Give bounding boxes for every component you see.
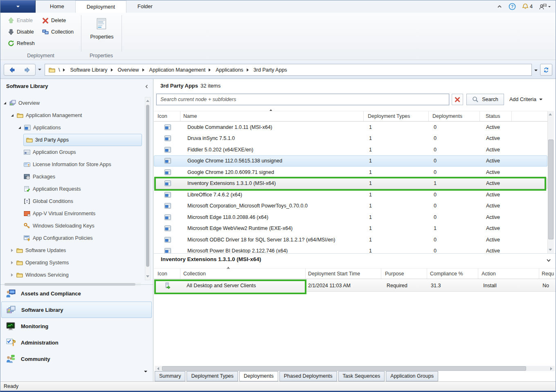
breadcrumb-item-applications[interactable]: Applications xyxy=(216,67,243,73)
history-dropdown-caret[interactable] xyxy=(38,69,41,72)
expand-collapse-arrow-icon[interactable] xyxy=(18,126,21,129)
list-vertical-scrollbar[interactable] xyxy=(547,111,554,253)
breadcrumb-item-overview[interactable]: Overview xyxy=(118,67,139,73)
collapse-detail-chevron-icon[interactable] xyxy=(546,257,551,263)
tree-item-application-groups[interactable]: Application Groups xyxy=(0,146,144,158)
help-icon[interactable] xyxy=(509,3,516,10)
tree-item-global-conditions[interactable]: Global Conditions xyxy=(0,195,144,207)
forward-arrow-icon[interactable] xyxy=(24,67,31,73)
scrollbar-thumb[interactable] xyxy=(548,140,554,239)
tree-item-3rd-party-apps[interactable]: 3rd Party Apps xyxy=(23,134,142,146)
tab-deployments[interactable]: Deployments xyxy=(239,371,278,381)
breadcrumb-item-application-management[interactable]: Application Management xyxy=(149,67,206,73)
column-header-clipped[interactable]: Requ xyxy=(539,268,556,279)
tab-task-sequences[interactable]: Task Sequences xyxy=(338,371,385,381)
properties-button[interactable]: Properties xyxy=(85,14,119,53)
deployment-row[interactable]: All Desktop and Server Clients 2/1/2024 … xyxy=(154,279,556,292)
scroll-left-arrow-icon[interactable] xyxy=(155,367,159,370)
table-row[interactable]: Microsoft Power BI Desktop 2.122.746 (x6… xyxy=(154,246,547,254)
collapse-pane-chevron-icon[interactable] xyxy=(144,84,149,89)
column-header-icon[interactable]: Icon xyxy=(154,268,180,279)
expand-collapse-arrow-icon[interactable] xyxy=(11,114,14,117)
enable-button[interactable]: Enable xyxy=(5,16,35,25)
column-header-deployment-start-time[interactable]: Deployment Start Time xyxy=(306,268,381,279)
workspace-assets-and-compliance[interactable]: Assets and Compliance xyxy=(0,285,153,302)
tree-item-application-management[interactable]: Application Management xyxy=(0,109,144,122)
add-criteria-dropdown[interactable]: Add Criteria xyxy=(509,94,542,105)
scrollbar-thumb[interactable] xyxy=(162,366,526,371)
table-row[interactable]: Druva inSync 7.5.1.0 1 0 Active xyxy=(154,133,547,144)
expand-collapse-arrow-icon[interactable] xyxy=(11,273,13,277)
delete-button[interactable]: Delete xyxy=(40,16,68,25)
workspace-administration[interactable]: Administration xyxy=(0,334,153,351)
tree-vertical-scrollbar[interactable] xyxy=(145,97,151,280)
expand-collapse-arrow-icon[interactable] xyxy=(11,249,13,252)
table-row[interactable]: Double Commander 1.0.11 (MSI-x64) 1 0 Ac… xyxy=(154,122,547,133)
refresh-button[interactable]: Refresh xyxy=(5,39,37,48)
tree-item-applications[interactable]: Applications xyxy=(0,122,144,134)
column-header-compliance[interactable]: Compliance % xyxy=(427,268,478,279)
scroll-up-arrow-icon[interactable] xyxy=(549,112,552,115)
table-row[interactable]: Fiddler 5.0.202 (x64/EXE/en) 1 0 Active xyxy=(154,144,547,155)
column-header-deployment-types[interactable]: Deployment Types xyxy=(364,111,429,121)
workspace-community[interactable]: Community xyxy=(0,351,153,367)
tree-item-application-requests[interactable]: Application Requests xyxy=(0,183,144,195)
table-row[interactable]: Microsoft Edge 118.0.2088.46 (x64) 1 0 A… xyxy=(154,212,547,223)
tab-home[interactable]: Home xyxy=(39,0,75,13)
back-arrow-icon[interactable] xyxy=(9,67,15,73)
tree-item-license-information[interactable]: License Information for Store Apps xyxy=(0,158,144,171)
column-header-action[interactable]: Action xyxy=(478,268,539,279)
tree-item-software-updates[interactable]: Software Updates xyxy=(0,244,144,257)
column-header-status[interactable]: Status xyxy=(480,111,512,121)
tab-phased-deployments[interactable]: Phased Deployments xyxy=(279,371,337,381)
column-header-purpose[interactable]: Purpose xyxy=(381,268,427,279)
feedback-menu-button[interactable] xyxy=(539,3,551,10)
address-dropdown-caret[interactable] xyxy=(534,70,538,73)
tab-deployment[interactable]: Deployment xyxy=(75,0,126,13)
collapse-ribbon-chevron-up-icon[interactable] xyxy=(497,4,502,9)
table-row-selected-inventory-extensions[interactable]: Inventory Extensions 1.3.1.0 (MSI-x64) 1… xyxy=(154,178,547,189)
tab-deployment-types[interactable]: Deployment Types xyxy=(187,371,238,381)
disable-button[interactable]: Disable xyxy=(5,27,36,36)
search-input[interactable] xyxy=(156,94,449,105)
workspace-software-library[interactable]: Software Library xyxy=(1,302,152,318)
navigation-pane-options-caret[interactable] xyxy=(144,371,147,374)
detail-splitter[interactable] xyxy=(154,253,556,254)
breadcrumb[interactable]: \ Software Library Overview Application … xyxy=(45,64,532,76)
clear-search-button[interactable] xyxy=(452,94,463,105)
column-header-icon[interactable]: Icon xyxy=(154,111,180,121)
tree-item-overview[interactable]: Overview xyxy=(0,97,144,109)
tab-application-groups[interactable]: Application Groups xyxy=(386,371,438,381)
expand-collapse-arrow-icon[interactable] xyxy=(4,102,6,104)
scrollbar-thumb[interactable] xyxy=(146,105,149,267)
tree-item-operating-systems[interactable]: Operating Systems xyxy=(0,257,144,269)
column-header-name[interactable]: Name xyxy=(180,111,364,121)
column-header-collection[interactable]: Collection xyxy=(180,268,306,279)
tree-item-packages[interactable]: Packages xyxy=(0,171,144,183)
detail-horizontal-scrollbar[interactable] xyxy=(155,366,555,371)
breadcrumb-root[interactable]: \ xyxy=(59,67,60,73)
scroll-up-arrow-icon[interactable] xyxy=(146,98,149,102)
expand-collapse-arrow-icon[interactable] xyxy=(11,261,13,264)
tab-summary[interactable]: Summary xyxy=(155,371,185,381)
table-row[interactable]: Google Chrome 120.0.6099.71 signed 1 0 A… xyxy=(154,167,547,178)
tree-item-appv-virtual-environments[interactable]: App-V Virtual Environments xyxy=(0,207,144,220)
table-row[interactable]: Microsoft Corporation_Microsoft PowerToy… xyxy=(154,201,547,212)
breadcrumb-item-software-library[interactable]: Software Library xyxy=(70,67,107,73)
tree-item-windows-sideloading-keys[interactable]: Windows Sideloading Keys xyxy=(0,220,144,232)
scroll-down-arrow-icon[interactable] xyxy=(549,249,552,252)
scroll-down-arrow-icon[interactable] xyxy=(146,275,149,279)
workspace-monitoring[interactable]: Monitoring xyxy=(0,318,153,334)
scroll-right-arrow-icon[interactable] xyxy=(550,367,554,370)
application-menu-button[interactable] xyxy=(0,0,36,13)
tree-item-windows-servicing[interactable]: Windows Servicing xyxy=(0,269,144,281)
table-row[interactable]: Microsoft Edge WebView2 Runtime (EXE-x64… xyxy=(154,223,547,234)
breadcrumb-item-3rd-party-apps[interactable]: 3rd Party Apps xyxy=(254,67,287,73)
notifications-button[interactable]: 4 xyxy=(522,3,533,10)
table-row[interactable]: Microsoft ODBC Driver 18 for SQL Server … xyxy=(154,234,547,246)
tree-item-app-configuration-policies[interactable]: App Configuration Policies xyxy=(0,232,144,244)
refresh-node-button[interactable] xyxy=(540,64,552,76)
table-row[interactable]: Google Chrome 112.0.5615.138 unsigned 1 … xyxy=(154,155,547,167)
column-header-deployments[interactable]: Deployments xyxy=(429,111,480,121)
search-button[interactable]: Search xyxy=(466,94,504,105)
